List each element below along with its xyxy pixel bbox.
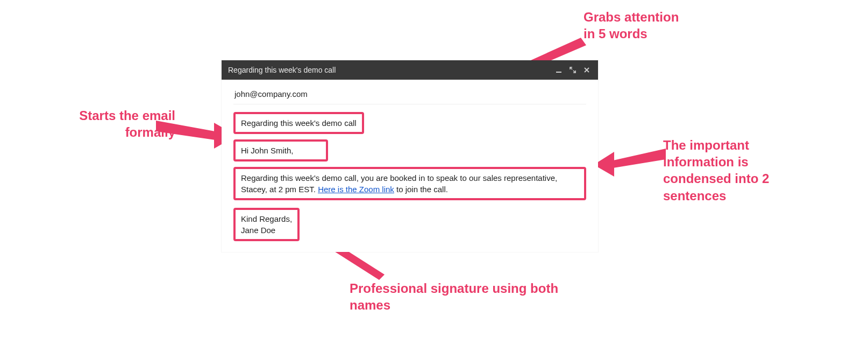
- svg-marker-4: [613, 149, 666, 168]
- compose-header: Regarding this week's demo call: [222, 60, 598, 80]
- callout-formal: Starts the emailformally: [35, 107, 175, 141]
- zoom-link[interactable]: Here is the Zoom link: [318, 185, 394, 194]
- subject-highlight[interactable]: Regarding this week's demo call: [233, 112, 364, 134]
- signature-highlight: Kind Regards, Jane Doe: [233, 208, 300, 241]
- greeting-text: Hi John Smith,: [241, 146, 294, 155]
- compose-window-title: Regarding this week's demo call: [228, 66, 550, 74]
- body-post: to join the call.: [394, 185, 448, 194]
- callout-condensed: The importantinformation iscondensed int…: [663, 137, 769, 204]
- expand-icon[interactable]: [568, 65, 578, 75]
- email-compose-window: Regarding this week's demo call john@com…: [222, 60, 598, 252]
- callout-attention: Grabs attentionin 5 words: [584, 9, 679, 42]
- diagram-stage: Grabs attentionin 5 words Starts the ema…: [0, 0, 868, 337]
- svg-marker-2: [156, 121, 215, 140]
- signoff-line2: Jane Doe: [241, 226, 275, 235]
- close-icon[interactable]: [582, 65, 592, 75]
- minimize-icon[interactable]: [554, 65, 564, 75]
- svg-rect-8: [556, 72, 561, 73]
- arrow-condensed: [597, 145, 667, 188]
- compose-body: john@company.com Regarding this week's d…: [222, 80, 598, 252]
- subject-text: Regarding this week's demo call: [241, 118, 357, 128]
- signoff-line1: Kind Regards,: [241, 214, 292, 223]
- greeting-highlight: Hi John Smith,: [233, 139, 328, 162]
- recipient-field[interactable]: john@company.com: [233, 85, 586, 104]
- body-highlight: Regarding this week's demo call, you are…: [233, 167, 586, 200]
